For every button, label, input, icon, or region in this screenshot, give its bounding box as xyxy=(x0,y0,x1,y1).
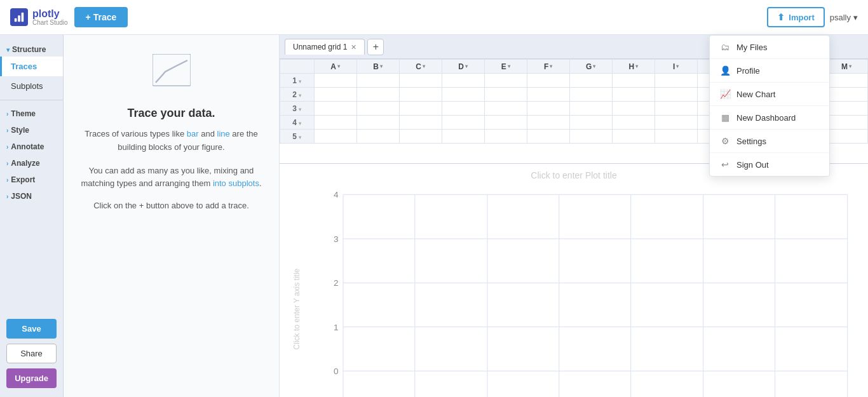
col-header-c[interactable]: C▾ xyxy=(399,60,442,74)
dropdown-item-my-files[interactable]: 🗂 My Files xyxy=(710,36,829,59)
cell[interactable] xyxy=(442,88,484,102)
export-section[interactable]: › Export xyxy=(0,170,63,187)
col-header-i[interactable]: I▾ xyxy=(654,60,697,74)
settings-icon: ⚙ xyxy=(720,136,730,146)
cell[interactable] xyxy=(484,88,527,102)
profile-icon: 👤 xyxy=(720,65,730,76)
structure-section[interactable]: ▾ Structure xyxy=(0,40,63,57)
cell[interactable] xyxy=(484,116,527,130)
cell[interactable] xyxy=(612,116,654,130)
cell[interactable] xyxy=(442,130,484,144)
cell[interactable] xyxy=(569,102,612,116)
cell[interactable] xyxy=(314,102,356,116)
theme-section[interactable]: › Theme xyxy=(0,104,63,121)
cell[interactable] xyxy=(314,130,356,144)
cell[interactable] xyxy=(356,130,399,144)
cell[interactable] xyxy=(654,130,697,144)
cell[interactable] xyxy=(442,102,484,116)
cell[interactable] xyxy=(527,88,569,102)
sidebar-divider-1 xyxy=(0,100,63,100)
cell[interactable] xyxy=(399,102,442,116)
user-dropdown-menu: 🗂 My Files 👤 Profile 📈 New Chart ▦ New D… xyxy=(709,35,830,177)
analyze-section[interactable]: › Analyze xyxy=(0,154,63,170)
cell[interactable] xyxy=(442,74,484,88)
analyze-label: Analyze xyxy=(11,159,39,168)
cell[interactable] xyxy=(356,88,399,102)
cell[interactable] xyxy=(569,74,612,88)
cell[interactable] xyxy=(527,116,569,130)
col-header-m[interactable]: M▾ xyxy=(825,60,867,74)
cell[interactable] xyxy=(654,102,697,116)
sidebar-item-traces[interactable]: Traces xyxy=(0,57,63,76)
cell[interactable] xyxy=(314,88,356,102)
plot-title-placeholder[interactable]: Click to enter Plot title xyxy=(531,170,616,180)
cell[interactable] xyxy=(356,116,399,130)
cell[interactable] xyxy=(569,88,612,102)
cell[interactable] xyxy=(527,74,569,88)
cell[interactable] xyxy=(484,102,527,116)
share-button[interactable]: Share xyxy=(6,344,57,363)
cell[interactable] xyxy=(356,102,399,116)
dropdown-item-new-chart[interactable]: 📈 New Chart xyxy=(710,83,829,106)
dropdown-item-new-dashboard[interactable]: ▦ New Dashboard xyxy=(710,106,829,130)
cell[interactable] xyxy=(442,116,484,130)
dropdown-item-profile[interactable]: 👤 Profile xyxy=(710,59,829,83)
cell[interactable] xyxy=(399,116,442,130)
traces-label: Traces xyxy=(11,62,37,71)
cell[interactable] xyxy=(527,130,569,144)
dropdown-item-settings[interactable]: ⚙ Settings xyxy=(710,130,829,153)
cell[interactable] xyxy=(484,130,527,144)
cell[interactable] xyxy=(654,74,697,88)
col-header-f[interactable]: F▾ xyxy=(527,60,569,74)
cell[interactable] xyxy=(612,102,654,116)
y-axis-title-placeholder[interactable]: Click to enter Y axis title xyxy=(292,187,301,397)
cell[interactable] xyxy=(484,74,527,88)
svg-rect-1 xyxy=(18,15,20,22)
dropdown-item-sign-out[interactable]: ↩ Sign Out xyxy=(710,153,829,176)
upgrade-button[interactable]: Upgrade xyxy=(6,368,57,388)
col-header-a[interactable]: A▾ xyxy=(314,60,356,74)
json-section[interactable]: › JSON xyxy=(0,187,63,203)
cell[interactable] xyxy=(612,130,654,144)
sidebar-item-subplots[interactable]: Subplots xyxy=(0,76,63,96)
export-chevron-icon: › xyxy=(6,177,8,184)
grid-tab-close-icon[interactable]: ✕ xyxy=(351,43,356,51)
col-header-h[interactable]: H▾ xyxy=(612,60,654,74)
cell[interactable] xyxy=(825,130,867,144)
cell[interactable] xyxy=(399,130,442,144)
grid-add-tab-button[interactable]: + xyxy=(367,39,384,55)
cell[interactable] xyxy=(399,74,442,88)
svg-text:2: 2 xyxy=(334,278,339,288)
col-header-g[interactable]: G▾ xyxy=(569,60,612,74)
annotate-section[interactable]: › Annotate xyxy=(0,137,63,154)
cell[interactable] xyxy=(527,102,569,116)
logo-icon xyxy=(10,8,28,26)
col-header-e[interactable]: E▾ xyxy=(484,60,527,74)
col-header-d[interactable]: D▾ xyxy=(442,60,484,74)
grid-tab-unnamed[interactable]: Unnamed grid 1 ✕ xyxy=(285,39,365,55)
add-trace-button[interactable]: + Trace xyxy=(74,7,128,27)
export-label: Export xyxy=(11,175,35,184)
cell[interactable] xyxy=(314,74,356,88)
subplots-label: Subplots xyxy=(11,81,43,91)
cell[interactable] xyxy=(825,102,867,116)
cell[interactable] xyxy=(654,88,697,102)
cell[interactable] xyxy=(825,88,867,102)
cell[interactable] xyxy=(569,116,612,130)
cell[interactable] xyxy=(314,116,356,130)
col-header-b[interactable]: B▾ xyxy=(356,60,399,74)
cell[interactable] xyxy=(612,74,654,88)
cell[interactable] xyxy=(825,74,867,88)
cell[interactable] xyxy=(825,116,867,130)
cell[interactable] xyxy=(612,88,654,102)
style-section[interactable]: › Style xyxy=(0,121,63,137)
trace-illustration-icon xyxy=(153,54,191,97)
cell[interactable] xyxy=(356,74,399,88)
user-menu-button[interactable]: psally ▾ xyxy=(830,13,858,22)
save-button[interactable]: Save xyxy=(6,319,57,339)
cell[interactable] xyxy=(654,116,697,130)
cell[interactable] xyxy=(399,88,442,102)
import-button[interactable]: ⬆ Import xyxy=(767,7,824,27)
svg-text:4: 4 xyxy=(334,190,339,199)
cell[interactable] xyxy=(569,130,612,144)
